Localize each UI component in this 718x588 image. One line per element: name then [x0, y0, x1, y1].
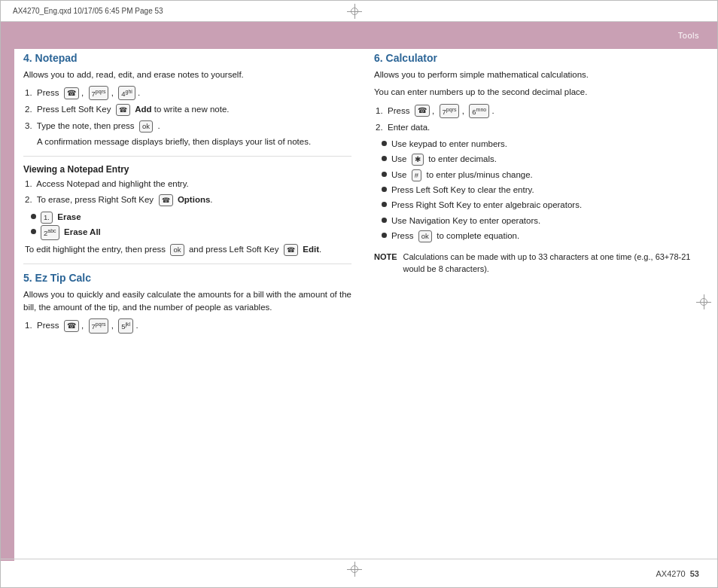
tools-label: Tools — [678, 31, 699, 40]
page-outer: AX4270_Eng.qxd 10/17/05 6:45 PM Page 53 … — [0, 0, 718, 588]
left-accent — [1, 49, 14, 561]
bullet-keypad: Use keypad to enter numbers. — [382, 137, 702, 151]
bullet-nav: Use Navigation Key to enter operators. — [382, 214, 702, 227]
section5-step1: 1. Press ☎ , 7pqrs , 5jkl . — [25, 318, 351, 333]
bullet-lsk-clear: Press Left Soft Key to clear the entry. — [382, 183, 702, 197]
dot-rsk-ops — [382, 202, 387, 207]
page-number: AX4270 53 — [656, 569, 699, 578]
key-ok-eq: ok — [418, 230, 432, 242]
reg-mark-bottom — [347, 562, 362, 577]
note-label: NOTE — [374, 251, 397, 276]
viewing-step2: 2. To erase, press Right Soft Key ☎ Opti… — [25, 193, 351, 206]
top-header: AX4270_Eng.qxd 10/17/05 6:45 PM Page 53 — [1, 1, 717, 22]
key-5jkl: 5jkl — [118, 318, 133, 333]
section4-step3-note: A confirmation message displays briefly,… — [37, 136, 351, 148]
dot-ok-eq — [382, 233, 387, 238]
bullet-erase-all: 2abc Erase All — [31, 225, 351, 240]
section6-intro1: Allows you to perform simple mathematica… — [374, 69, 702, 81]
bullet-erase: 1. Erase — [31, 210, 351, 224]
note-text: Calculations can be made with up to 33 c… — [403, 251, 702, 276]
tools-bar: Tools — [1, 22, 717, 49]
viewing-title: Viewing a Notepad Entry — [23, 164, 351, 175]
dot2 — [31, 229, 36, 234]
key-4: 4ghi — [118, 86, 135, 100]
reg-mark-right — [696, 294, 711, 309]
divider1 — [23, 156, 351, 157]
section4-title: 4. Notepad — [23, 52, 351, 64]
section4-step1: 1. Press ☎ , 7pqrs , 4ghi . — [25, 86, 351, 100]
section4-step3: 3. Type the note, then press ok . — [25, 120, 351, 133]
bullet-plusminus: Use # to enter plus/minus change. — [382, 168, 702, 181]
key-rsk: ☎ — [159, 194, 173, 206]
key-7-5: 7pqrs — [89, 318, 109, 333]
key-menu: ☎ — [64, 87, 79, 99]
key-lsk2: ☎ — [116, 104, 130, 116]
dot-nav — [382, 218, 387, 223]
section6-step2: 2. Enter data. — [376, 121, 702, 134]
section6-title: 6. Calculator — [374, 52, 702, 64]
key-1: 1. — [41, 212, 53, 224]
col-left: 4. Notepad Allows you to add, read, edit… — [23, 52, 351, 557]
section4-step2: 2. Press Left Soft Key ☎ Add to write a … — [25, 103, 351, 116]
dot-keypad — [382, 141, 387, 146]
bullet-rsk-ops: Press Right Soft Key to enter algebraic … — [382, 198, 702, 212]
section4-intro: Allows you to add, read, edit, and erase… — [23, 69, 351, 81]
dot-plusminus — [382, 172, 387, 177]
dot-lsk-clear — [382, 187, 387, 192]
key-lsk-edit: ☎ — [284, 244, 298, 256]
key-menu5: ☎ — [64, 320, 79, 332]
main-content: 4. Notepad Allows you to add, read, edit… — [23, 52, 702, 557]
header-meta: AX4270_Eng.qxd 10/17/05 6:45 PM Page 53 — [13, 7, 163, 15]
divider2 — [23, 264, 351, 264]
viewing-bullets: 1. Erase 2abc Erase All — [31, 210, 351, 240]
note-block: NOTE Calculations can be made with up to… — [374, 251, 702, 276]
bullet-ok-eq: Press ok to complete equation. — [382, 229, 702, 242]
viewing-step1: 1. Access Notepad and highlight the entr… — [25, 178, 351, 190]
dot-decimals — [382, 156, 387, 161]
key-7-6: 7pqrs — [440, 104, 460, 118]
key-star: ✱ — [412, 154, 424, 166]
section6-step1: 1. Press ☎ , 7pqrs , 6mno . — [376, 104, 702, 118]
col-right: 6. Calculator Allows you to perform simp… — [374, 52, 702, 557]
key-hash: # — [412, 169, 421, 181]
key-ok3: ok — [139, 120, 153, 133]
section5-intro: Allows you to quickly and easily calcula… — [23, 288, 351, 315]
bullet-decimals: Use ✱ to enter decimals. — [382, 152, 702, 166]
key-menu6: ☎ — [415, 105, 430, 117]
section6-intro2: You can enter numbers up to the second d… — [374, 86, 702, 99]
edit-note: To edit highlight the entry, then press … — [25, 243, 351, 256]
key-ok-edit: ok — [170, 244, 184, 256]
key-6mno: 6mno — [469, 104, 489, 118]
section6-bullets: Use keypad to enter numbers. Use ✱ to en… — [382, 137, 702, 243]
dot1 — [31, 214, 36, 219]
section5-title: 5. Ez Tip Calc — [23, 272, 351, 284]
key-2abc: 2abc — [41, 225, 59, 239]
key-7: 7pqrs — [89, 86, 109, 100]
